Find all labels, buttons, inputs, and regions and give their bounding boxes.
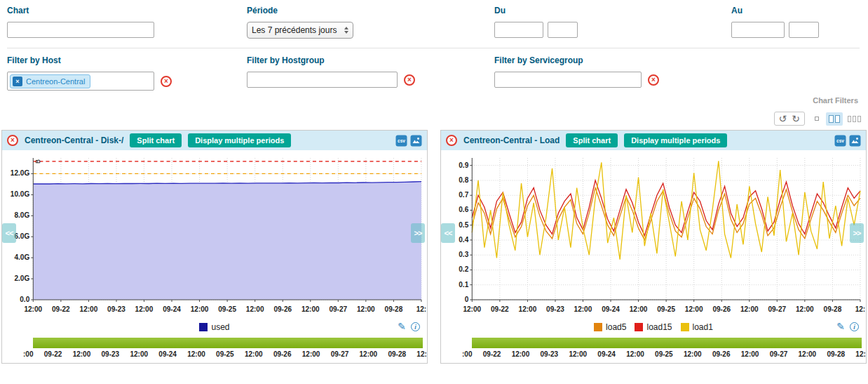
svg-text:09-23: 09-23	[546, 305, 564, 313]
chart-panel-load: Centreon-Central - Load Split chart Disp…	[440, 130, 867, 364]
brush-tick-label: 12:00	[245, 350, 263, 358]
svg-text:0.4: 0.4	[459, 236, 468, 244]
svg-text:0.2: 0.2	[459, 266, 468, 274]
host-chip-label: Centreon-Central	[26, 77, 85, 86]
svg-text:09-28: 09-28	[385, 305, 403, 313]
export-csv-icon[interactable]: csv	[395, 135, 407, 147]
close-chart-icon[interactable]	[7, 135, 18, 146]
chart-area: 12:0009-2212:0009-2312:0009-2412:0009-25…	[441, 150, 866, 318]
svg-text:6.0G: 6.0G	[14, 232, 29, 240]
view-3col-icon[interactable]	[848, 116, 861, 122]
svg-text:12:: 12:	[855, 305, 866, 313]
au-label: Au	[731, 6, 860, 15]
brush-tick-label: 09-23	[541, 350, 559, 358]
du-date-input[interactable]	[494, 22, 543, 38]
chart-info-icon[interactable]	[850, 322, 859, 331]
brush-tick-label: 12:00	[360, 350, 378, 358]
legend-row: load5load15load1	[441, 318, 866, 337]
chart-info-icon[interactable]	[411, 322, 420, 331]
clear-host-filter-icon[interactable]	[161, 76, 172, 87]
brush-tick-label: 12:00	[799, 350, 817, 358]
brush-tick-label: :00	[23, 350, 33, 358]
brush-tick-label: 09-22	[44, 350, 62, 358]
pause-refresh-icon[interactable]: ↺	[779, 113, 787, 124]
clear-hostgroup-filter-icon[interactable]	[404, 74, 415, 86]
periode-select[interactable]: Les 7 précédents jours	[247, 22, 353, 39]
host-filter-input[interactable]: Centreon-Central	[7, 72, 154, 91]
chart-filters-caption: Chart Filters	[7, 96, 860, 105]
edit-chart-icon[interactable]	[836, 322, 845, 331]
chart-title: Centreon-Central - Disk-/	[25, 135, 123, 145]
scroll-back-button[interactable]: <<	[2, 223, 16, 243]
legend-item[interactable]: load1	[681, 322, 713, 332]
svg-text:0.8: 0.8	[459, 176, 468, 184]
brush-tick-label: 09-24	[158, 350, 177, 358]
svg-text:09-24: 09-24	[163, 305, 181, 313]
refresh-controls: ↺ ↻	[774, 112, 805, 126]
host-chip[interactable]: Centreon-Central	[10, 74, 90, 88]
chart-panel-disk: Centreon-Central - Disk-/ Split chart Di…	[1, 130, 428, 364]
periode-selected-value: Les 7 précédents jours	[252, 25, 337, 35]
clear-servicegroup-filter-icon[interactable]	[648, 74, 659, 86]
svg-text:12:00: 12:00	[630, 305, 648, 313]
display-multiple-periods-button[interactable]: Display multiple periods	[624, 133, 727, 147]
svg-text:12:00: 12:00	[135, 305, 154, 313]
svg-text:12:00: 12:00	[519, 305, 537, 313]
panel-header: Centreon-Central - Disk-/ Split chart Di…	[2, 131, 427, 150]
svg-text:4.0G: 4.0G	[14, 253, 29, 261]
timeline-brush[interactable]	[472, 338, 862, 348]
brush-tick-label: 09-25	[655, 350, 673, 358]
brush-tick-label: :00	[462, 350, 472, 358]
brush-tick-label: 09-26	[712, 350, 731, 358]
brush-tick-label: 09-28	[827, 350, 845, 358]
brush-tick-label: 09-27	[770, 350, 788, 358]
close-chart-icon[interactable]	[446, 135, 457, 146]
svg-text:12:00: 12:00	[301, 305, 320, 313]
au-time-input[interactable]	[789, 22, 819, 38]
du-time-input[interactable]	[548, 22, 578, 38]
filter-by-hostgroup-label: Filter by Hostgroup	[247, 55, 494, 65]
legend-item[interactable]: used	[199, 322, 229, 332]
chart-filters-panel: Chart Période Les 7 précédents jours Du …	[0, 0, 868, 105]
servicegroup-filter-input[interactable]	[494, 72, 642, 88]
legend-item[interactable]: load15	[635, 322, 672, 332]
split-chart-button[interactable]: Split chart	[130, 133, 182, 147]
export-csv-icon[interactable]: csv	[834, 135, 846, 147]
export-image-icon[interactable]	[849, 135, 861, 147]
legend-item[interactable]: load5	[594, 322, 626, 332]
periode-label: Période	[247, 6, 494, 15]
filters-divider	[7, 48, 860, 48]
svg-text:09-22: 09-22	[491, 305, 509, 313]
svg-text:09-24: 09-24	[602, 305, 620, 313]
export-image-icon[interactable]	[410, 135, 422, 147]
svg-text:09-28: 09-28	[824, 305, 842, 313]
view-1col-icon[interactable]	[815, 117, 819, 121]
filter-by-host-label: Filter by Host	[7, 55, 247, 65]
scroll-back-button[interactable]: <<	[441, 223, 455, 243]
timeline-brush[interactable]	[33, 338, 423, 348]
chart-area: 12:0009-2212:0009-2312:0009-2412:0009-25…	[2, 150, 427, 318]
view-toolbar: ↺ ↻	[0, 105, 868, 130]
brush-tick-label: 09-22	[483, 350, 501, 358]
scroll-forward-button[interactable]: >>	[850, 223, 864, 243]
brush-tick-label: 12:00	[569, 350, 587, 358]
legend-color-swatch	[594, 323, 602, 331]
svg-text:09-23: 09-23	[107, 305, 126, 313]
edit-chart-icon[interactable]	[398, 322, 406, 331]
svg-text:8.0G: 8.0G	[14, 211, 29, 219]
refresh-icon[interactable]: ↻	[792, 113, 800, 124]
chart-legend: load5load15load1	[590, 322, 717, 333]
svg-text:09-25: 09-25	[218, 305, 236, 313]
svg-text:0.9: 0.9	[459, 161, 468, 169]
au-date-input[interactable]	[731, 22, 785, 38]
hostgroup-filter-input[interactable]	[247, 72, 398, 88]
split-chart-button[interactable]: Split chart	[566, 133, 618, 147]
svg-text:09-27: 09-27	[329, 305, 347, 313]
view-2col-icon[interactable]	[826, 112, 843, 126]
chip-remove-icon[interactable]	[13, 77, 22, 86]
brush-tick-label: 12:00	[73, 350, 91, 358]
chart-filter-input[interactable]	[7, 22, 154, 38]
brush-tick-label: 12:00	[130, 350, 148, 358]
scroll-forward-button[interactable]: >>	[411, 223, 425, 243]
display-multiple-periods-button[interactable]: Display multiple periods	[188, 133, 291, 147]
